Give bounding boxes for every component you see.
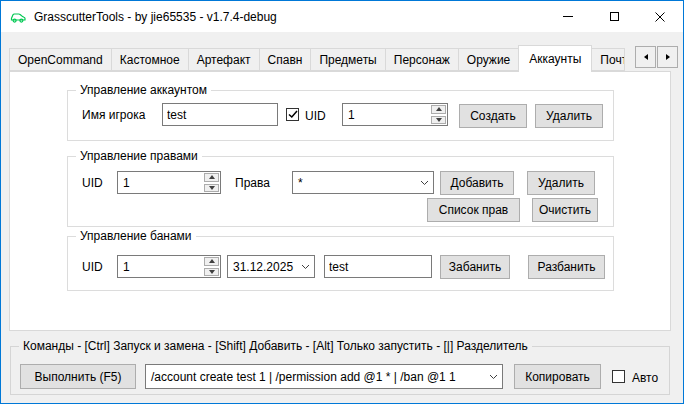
list-permissions-button[interactable]: Список прав xyxy=(427,198,520,222)
tab-scroll-right-button[interactable] xyxy=(657,46,678,68)
close-icon xyxy=(655,12,665,22)
tab-bar: OpenCommand Кастомное Артефакт Спавн Пре… xyxy=(9,45,677,72)
create-account-button[interactable]: Создать xyxy=(459,104,527,128)
command-value: /account create test 1 | /permission add… xyxy=(146,370,485,384)
triangle-up-icon xyxy=(436,107,442,111)
maximize-icon xyxy=(610,12,619,21)
arrow-right-icon xyxy=(666,54,670,60)
auto-checkbox-label: Авто xyxy=(632,371,658,385)
spinner-buttons xyxy=(203,256,220,277)
spinner-buttons xyxy=(203,172,220,193)
maximize-button[interactable] xyxy=(591,1,637,32)
triangle-down-icon xyxy=(436,118,442,122)
ban-uid-spinner[interactable]: 1 xyxy=(117,255,221,278)
player-name-label: Имя игрока xyxy=(82,108,145,122)
unban-button[interactable]: Разбанить xyxy=(528,255,605,279)
tab-opencommand[interactable]: OpenCommand xyxy=(9,48,112,71)
spinner-buttons xyxy=(430,104,447,125)
triangle-up-icon xyxy=(209,175,215,179)
window-controls xyxy=(545,1,683,32)
player-name-input[interactable] xyxy=(162,103,278,126)
permission-group-title: Управление правами xyxy=(76,149,202,163)
uid-checkbox[interactable] xyxy=(286,108,299,121)
ban-group-title: Управление банами xyxy=(76,229,196,243)
ban-reason-input[interactable] xyxy=(324,255,432,278)
ban-management-group: Управление банами UID 1 31.12.2025 Забан… xyxy=(67,236,614,291)
ban-date-value: 31.12.2025 xyxy=(228,260,297,274)
titlebar: GrasscutterTools - by jie65535 - v1.7.4-… xyxy=(1,1,683,32)
tab-character[interactable]: Персонаж xyxy=(385,48,459,71)
chevron-down-icon xyxy=(489,374,498,380)
tab-items[interactable]: Предметы xyxy=(310,48,385,71)
spinner-up-button[interactable] xyxy=(431,105,446,114)
combo-arrow[interactable] xyxy=(297,256,314,277)
tab-mail[interactable]: Почта xyxy=(591,48,625,71)
permission-uid-spinner[interactable]: 1 xyxy=(117,171,221,194)
tab-scroll-left-button[interactable] xyxy=(635,46,656,68)
tab-weapon[interactable]: Оружие xyxy=(458,48,519,71)
run-command-button[interactable]: Выполнить (F5) xyxy=(20,364,136,389)
ban-button[interactable]: Забанить xyxy=(440,255,510,279)
spinner-down-button[interactable] xyxy=(204,184,219,193)
ban-uid-label: UID xyxy=(82,260,103,274)
tab-spawn[interactable]: Спавн xyxy=(259,48,312,71)
account-group-title: Управление аккаунтом xyxy=(76,83,211,97)
tab-custom[interactable]: Кастомное xyxy=(111,48,189,71)
commands-group-title: Команды - [Ctrl] Запуск и замена - [Shif… xyxy=(19,339,532,353)
permission-management-group: Управление правами UID 1 Права * Добавит… xyxy=(67,156,614,227)
rights-combobox[interactable]: * xyxy=(292,171,434,194)
account-uid-value: 1 xyxy=(343,104,430,125)
app-logo-car-icon xyxy=(10,9,26,25)
triangle-down-icon xyxy=(209,186,215,190)
account-management-group: Управление аккаунтом Имя игрока UID 1 Со… xyxy=(67,90,614,141)
triangle-up-icon xyxy=(209,259,215,263)
check-icon xyxy=(288,110,298,119)
tab-scroll-buttons xyxy=(634,46,678,68)
minimize-icon xyxy=(563,16,573,17)
rights-label: Права xyxy=(235,176,270,190)
permission-uid-label: UID xyxy=(82,176,103,190)
account-uid-spinner[interactable]: 1 xyxy=(342,103,448,126)
minimize-button[interactable] xyxy=(545,1,591,32)
tab-accounts-active[interactable]: Аккаунты xyxy=(518,45,592,72)
ban-uid-value: 1 xyxy=(118,256,203,277)
clear-permissions-button[interactable]: Очистить xyxy=(532,198,598,222)
app-window: GrasscutterTools - by jie65535 - v1.7.4-… xyxy=(0,0,684,404)
add-permission-button[interactable]: Добавить xyxy=(440,171,514,195)
arrow-left-icon xyxy=(644,54,648,60)
combo-arrow[interactable] xyxy=(416,172,433,193)
copy-command-button[interactable]: Копировать xyxy=(514,364,601,389)
commands-group: Команды - [Ctrl] Запуск и замена - [Shif… xyxy=(10,346,670,395)
remove-permission-button[interactable]: Удалить xyxy=(527,171,595,195)
chevron-down-icon xyxy=(301,264,310,270)
rights-value: * xyxy=(293,176,416,190)
combo-arrow[interactable] xyxy=(485,365,502,388)
window-title: GrasscutterTools - by jie65535 - v1.7.4-… xyxy=(34,10,277,24)
spinner-down-button[interactable] xyxy=(204,268,219,277)
spinner-down-button[interactable] xyxy=(431,116,446,125)
spinner-up-button[interactable] xyxy=(204,173,219,182)
spinner-up-button[interactable] xyxy=(204,257,219,266)
tab-artifact[interactable]: Артефакт xyxy=(188,48,260,71)
triangle-down-icon xyxy=(209,270,215,274)
close-button[interactable] xyxy=(637,1,683,32)
chevron-down-icon xyxy=(420,180,429,186)
ban-date-picker[interactable]: 31.12.2025 xyxy=(227,255,315,278)
command-combobox[interactable]: /account create test 1 | /permission add… xyxy=(145,364,503,389)
auto-checkbox[interactable] xyxy=(612,370,625,383)
delete-account-button[interactable]: Удалить xyxy=(535,104,603,128)
uid-checkbox-label: UID xyxy=(305,109,326,123)
permission-uid-value: 1 xyxy=(118,172,203,193)
